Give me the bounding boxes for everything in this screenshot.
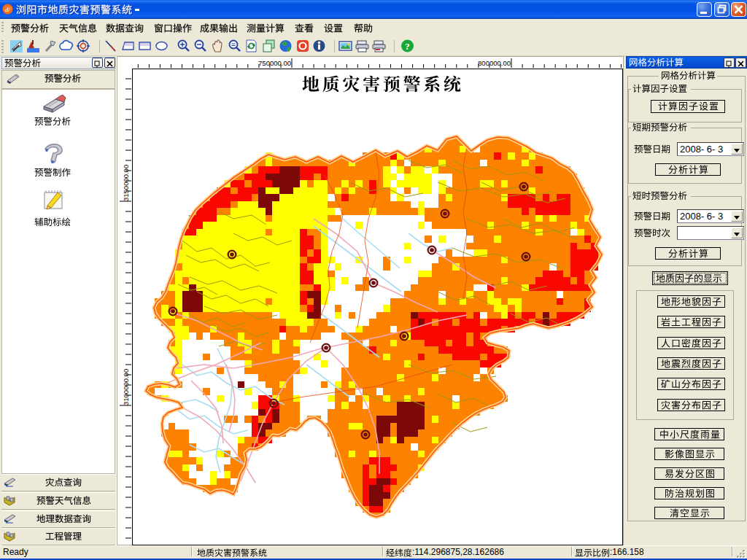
svg-text:3150000.00: 3150000.00 bbox=[122, 165, 130, 201]
svg-text:3100000.00: 3100000.00 bbox=[122, 369, 130, 405]
svg-text:?: ? bbox=[405, 41, 410, 52]
svg-text:800000.00: 800000.00 bbox=[478, 59, 511, 67]
svg-text:750000.00: 750000.00 bbox=[258, 59, 291, 67]
